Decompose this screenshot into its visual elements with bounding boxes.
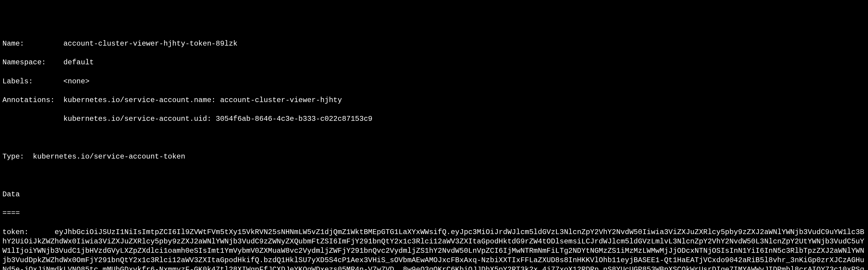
blank-line-1 xyxy=(2,133,866,142)
data-divider: ==== xyxy=(2,209,20,217)
token-line: token: eyJhbGciOiJSUzI1NiIsImtpZCI6Il9ZV… xyxy=(2,228,866,270)
namespace-value: default xyxy=(63,58,94,66)
token-label: token: xyxy=(2,228,28,236)
name-label: Name: xyxy=(2,40,24,48)
type-line: Type: kubernetes.io/service-account-toke… xyxy=(2,152,866,161)
name-value: account-cluster-viewer-hjhty-token-89lzk xyxy=(63,40,238,48)
namespace-line: Namespace: default xyxy=(2,58,866,67)
labels-label: Labels: xyxy=(2,77,33,86)
data-header-line: Data xyxy=(2,190,866,199)
labels-value: <none> xyxy=(63,77,89,86)
labels-line: Labels: <none> xyxy=(2,77,866,86)
annotations-value-1: kubernetes.io/service-account.name: acco… xyxy=(63,96,342,104)
blank-line-2 xyxy=(2,171,866,180)
type-value: kubernetes.io/service-account-token xyxy=(33,153,185,161)
annotations-line-2: kubernetes.io/service-account.uid: 3054f… xyxy=(2,114,866,124)
annotations-value-2: kubernetes.io/service-account.uid: 3054f… xyxy=(63,115,373,123)
namespace-label: Namespace: xyxy=(2,58,46,66)
annotations-label: Annotations: xyxy=(2,96,55,104)
name-line: Name: account-cluster-viewer-hjhty-token… xyxy=(2,39,866,48)
token-value: eyJhbGciOiJSUzI1NiIsImtpZCI6Il9ZVWtFVm5t… xyxy=(2,228,864,270)
data-header: Data xyxy=(2,190,20,198)
annotations-line-1: Annotations: kubernetes.io/service-accou… xyxy=(2,95,866,105)
type-label: Type: xyxy=(2,153,24,161)
data-divider-line: ==== xyxy=(2,208,866,218)
